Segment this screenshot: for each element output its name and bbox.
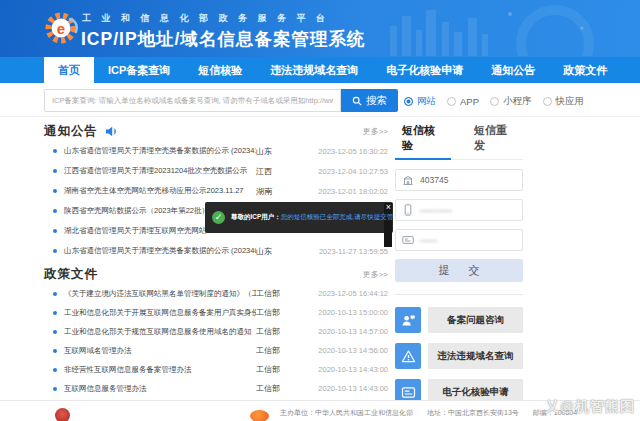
nav-item-e-verify-apply[interactable]: 电子化核验申请 [372, 57, 477, 83]
building-icon [402, 174, 414, 186]
watermark: 乂@机智熊图 [545, 398, 635, 416]
success-check-icon: ✓ [212, 211, 225, 224]
policy-time: 2020-10-13 14:43:00 [304, 365, 388, 374]
policies-more-link[interactable]: 更多>> [363, 269, 388, 280]
policy-row[interactable]: 互联网信息服务管理办法 工信部 2020-10-13 14:43:00 [44, 379, 388, 398]
policy-title: 《关于建立境内违法互联网站黑名单管理制度的通知》（工信部联 [64, 289, 256, 299]
radio-label: 快应用 [556, 95, 585, 108]
tab-sms-verify[interactable]: 短信核验 [395, 121, 451, 160]
policy-source: 工信部 [256, 364, 304, 375]
search-icon [352, 96, 362, 106]
national-emblem-icon [55, 408, 70, 421]
notice-row[interactable]: 湖南省空壳主体空壳网站空壳移动应用公示2023.11.27 湖南 2023-12… [44, 181, 388, 201]
policy-source: 工信部 [256, 383, 304, 394]
radio-quickapp[interactable]: 快应用 [543, 95, 585, 108]
radio-app[interactable]: APP [447, 96, 479, 107]
policy-time: 2023-12-05 16:44:12 [304, 289, 388, 298]
sms-verify-panel: 短信核验 短信重发 403745 [395, 121, 523, 415]
radio-label: 小程序 [503, 95, 532, 108]
bullet-icon [53, 292, 57, 296]
notice-region: 湖南 [256, 186, 304, 197]
policy-title: 非经营性互联网信息服务备案管理办法 [64, 365, 256, 375]
tab-sms-resend[interactable]: 短信重发 [467, 121, 523, 159]
speaker-icon [106, 126, 119, 137]
footer-org-logo-icon [250, 410, 269, 421]
notice-region: 山东 [256, 246, 304, 257]
notice-row[interactable]: 山东省通信管理局关于清理空壳类备案数据的公示 (202341批次) 山东 202… [44, 141, 388, 161]
notice-title: 湖南省空壳主体空壳网站空壳移动应用公示2023.11.27 [64, 186, 256, 196]
policy-time: 2020-10-13 14:56:00 [304, 346, 388, 355]
phone-number-field[interactable]: ••••••••••• [395, 199, 523, 221]
notice-time: 2023-12-05 16:30:22 [304, 147, 388, 156]
radio-website[interactable]: 网站 [404, 95, 436, 108]
consult-icon [395, 307, 421, 333]
toast-message-link[interactable]: 您的短信核验已全部完成,请尽快提交管局审核。 [281, 213, 393, 220]
notice-row[interactable]: 江西省通信管理局关于清理20231204批次空壳数据公示 江西 2023-12-… [44, 161, 388, 181]
bullet-icon [53, 311, 57, 315]
policy-source: 工信部 [256, 288, 304, 299]
notice-title: 江西省通信管理局关于清理20231204批次空壳数据公示 [64, 166, 256, 176]
svg-text:e: e [57, 20, 65, 37]
bullet-icon [53, 330, 57, 334]
phone-number-value-masked: ••••••••••• [420, 207, 452, 214]
policy-row[interactable]: 《关于建立境内违法互联网站黑名单管理制度的通知》（工信部联 工信部 2023-1… [44, 284, 388, 303]
radio-label: 网站 [417, 95, 436, 108]
policy-source: 工信部 [256, 345, 304, 356]
nav-item-notices[interactable]: 通知公告 [477, 57, 549, 83]
sms-complete-toast: ✓ 尊敬的ICP用户：您的短信核验已全部完成,请尽快提交管局审核。 × [205, 202, 393, 233]
illegal-domain-action-button[interactable]: 违法违规域名查询 [395, 343, 523, 369]
radio-miniprogram[interactable]: 小程序 [490, 95, 532, 108]
policy-source: 工信部 [256, 307, 304, 318]
nav-item-home[interactable]: 首页 [44, 57, 94, 83]
content-divider [0, 116, 640, 117]
policy-row[interactable]: 工业和信息化部关于开展互联网信息服务备案用户真实身份信息电 工信部 2020-1… [44, 303, 388, 322]
icp-search-input[interactable] [44, 89, 341, 112]
warning-icon [395, 343, 421, 369]
notice-time: 2023-12-04 10:27:53 [304, 167, 388, 176]
submit-button[interactable]: 提 交 [395, 259, 523, 282]
miit-gear-logo-icon: e [44, 9, 80, 47]
nav-item-illegal-domain-query[interactable]: 违法违规域名查询 [256, 57, 372, 83]
radio-dot-icon [490, 97, 499, 106]
nav-item-policies[interactable]: 政策文件 [549, 57, 621, 83]
notices-title: 通知公告 [44, 123, 98, 140]
bullet-icon [53, 229, 57, 233]
platform-title: 工业和信息化部政务服务平台 [82, 12, 336, 25]
policy-row[interactable]: 互联网域名管理办法 工信部 2020-10-13 14:56:00 [44, 341, 388, 360]
search-button[interactable]: 搜索 [341, 89, 398, 112]
notices-more-link[interactable]: 更多>> [363, 126, 388, 137]
bullet-icon [53, 149, 57, 153]
notice-row[interactable]: 山东省通信管理局关于清理空壳类备案数据的公示 (202340批次) 山东 202… [44, 241, 388, 261]
close-icon[interactable]: × [386, 202, 391, 212]
nav-item-icp-query[interactable]: ICP备案查询 [94, 57, 184, 83]
notices-section: 通知公告 更多>> 山东省通信管理局关于清理空壳类备案数据的公示 (202341… [44, 121, 388, 261]
policies-section: 政策文件 更多>> 《关于建立境内违法互联网站黑名单管理制度的通知》（工信部联 … [44, 264, 388, 398]
notice-time: 2023-12-01 18:02:02 [304, 187, 388, 196]
system-title: ICP/IP地址/域名信息备案管理系统 [81, 27, 365, 51]
icp-beian-homepage: e 工业和信息化部政务服务平台 ICP/IP地址/域名信息备案管理系统 首页 I… [0, 0, 640, 421]
policy-time: 2020-10-13 14:43:00 [304, 384, 388, 393]
bullet-icon [53, 249, 57, 253]
id-card-icon [402, 234, 414, 246]
nav-item-sms-verify[interactable]: 短信核验 [184, 57, 256, 83]
sms-panel-tabs: 短信核验 短信重发 [395, 121, 523, 160]
consult-action-button[interactable]: 备案问题咨询 [395, 307, 523, 333]
policy-row[interactable]: 工业和信息化部关于规范互联网信息服务使用域名的通知 工信部 2020-10-13… [44, 322, 388, 341]
notice-title: 山东省通信管理局关于清理空壳类备案数据的公示 (202341批次) [64, 146, 256, 156]
policies-title: 政策文件 [44, 266, 98, 283]
policy-row[interactable]: 非经营性互联网信息服务备案管理办法 工信部 2020-10-13 14:43:0… [44, 360, 388, 379]
policy-title: 互联网域名管理办法 [64, 346, 256, 356]
radio-dot-icon [543, 97, 552, 106]
bullet-icon [53, 368, 57, 372]
phone-icon [402, 204, 414, 216]
radio-label: APP [460, 96, 479, 107]
notice-region: 山东 [256, 146, 304, 157]
record-number-field[interactable]: 403745 [395, 169, 523, 191]
bullet-icon [53, 387, 57, 391]
bullet-icon [53, 189, 57, 193]
top-banner: e 工业和信息化部政务服务平台 ICP/IP地址/域名信息备案管理系统 [0, 0, 640, 57]
skyline-decoration [360, 4, 600, 56]
bullet-icon [53, 349, 57, 353]
id-code-field[interactable]: •••••• [395, 229, 523, 251]
radio-dot-icon [404, 97, 413, 106]
